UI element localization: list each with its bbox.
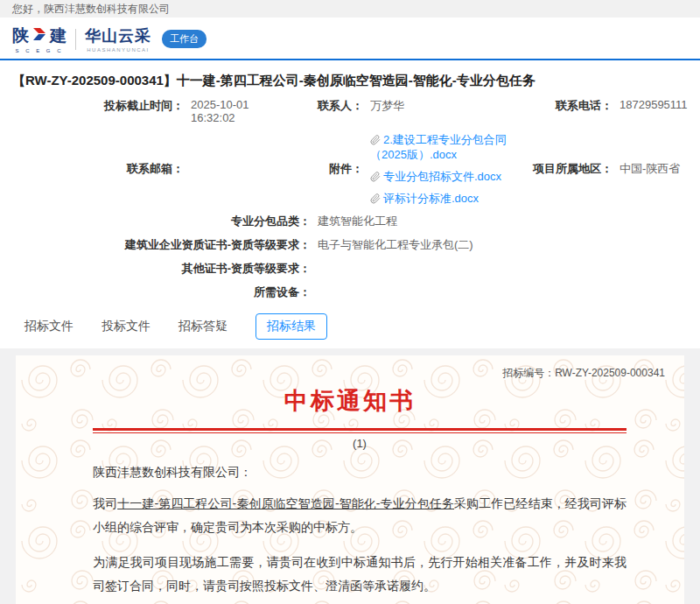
field-category: 专业分包品类： 建筑智能化工程 [0,214,700,229]
logo-scegc-text: S C E G C [15,48,63,53]
content-background: 招标编号：RW-ZY-202509-000341 中标通知书 (1) 陕西沣慧数… [0,348,700,604]
info-row-2: 联系邮箱： 附件： 2.建设工程专业分包合同（2025版）.docx 专业分包招… [0,132,700,206]
tab-tender-documents[interactable]: 投标文件 [102,314,150,339]
field-deadline-value: 2025-10-01 16:32:02 [191,98,293,124]
paperclip-icon [370,172,381,182]
field-region-value: 中国-陕西省 [620,161,680,177]
field-region-label: 项目所属地区： [512,161,612,177]
logo-divider [75,29,76,50]
field-qualification: 建筑业企业资质证书-资质等级要求： 电子与智能化工程专业承包(二) [0,237,700,253]
bid-number: 招标编号：RW-ZY-202509-000341 [35,366,665,381]
notice-title: 中标通知书 [35,385,665,417]
field-contact: 联系人： 万梦华 [293,98,512,124]
field-contact-label: 联系人： [293,98,363,114]
greeting-text: 您好，陕西沣慧数创科技有限公司 [12,3,170,15]
paragraph-2: 为满足我司项目现场施工需要，请贵司在收到中标通知书后，先行开始相关准备工作，并及… [93,551,626,598]
notice-paper: 招标编号：RW-ZY-202509-000341 中标通知书 (1) 陕西沣慧数… [16,355,684,604]
field-attachments-label: 附件： [293,161,363,177]
attachment-link[interactable]: 2.建设工程专业分包合同（2025版）.docx [370,132,512,162]
notice-body: (1) 陕西沣慧数创科技有限公司： 我司十一建-第四工程公司-秦创原临空智造园-… [93,428,626,604]
logo-huashanyuncai: 华山云采 HUASHANYUNCAI [85,25,151,53]
field-other-cert-label: 其他证书-资质等级要求： [0,261,311,277]
tab-bid-result[interactable]: 招标结果 [256,313,327,340]
field-equipment-label: 所需设备： [0,284,311,300]
logo-arrow-icon [31,26,48,46]
field-phone: 联系电话： 18729595111 [512,98,700,124]
field-other-cert: 其他证书-资质等级要求： [0,261,700,277]
bid-number-value: RW-ZY-202509-000341 [555,367,665,379]
logo-shan-char: 陕 [12,25,29,47]
attachment-link[interactable]: 专业分包招标文件.docx [370,169,512,184]
project-info-section: 【RW-ZY-202509-000341】十一建-第四工程公司-秦创原临空智造园… [0,60,700,348]
double-rule-divider [93,428,626,433]
logo-huashan-text: 华山云采 [85,25,151,46]
project-name-underlined: 十一建-第四工程公司-秦创原临空智造园-智能化-专业分包任务 [117,496,454,510]
workbench-badge[interactable]: 工作台 [162,30,206,48]
field-qualification-label: 建筑业企业资质证书-资质等级要求： [0,237,311,253]
field-phone-value: 18729595111 [620,98,688,111]
logo-huashan-subtext: HUASHANYUNCAI [87,47,150,53]
notice-content: 招标编号：RW-ZY-202509-000341 中标通知书 (1) 陕西沣慧数… [16,355,684,604]
paperclip-icon [370,193,381,204]
logo-shanjian: 陕 建 S C E G C [12,25,66,53]
field-qualification-value: 电子与智能化工程专业承包(二) [318,237,473,253]
addressee: 陕西沣慧数创科技有限公司： [93,465,626,481]
tab-bid-qa[interactable]: 招标答疑 [178,314,228,339]
field-email: 联系邮箱： [0,132,293,206]
attachment-list: 2.建设工程专业分包合同（2025版）.docx 专业分包招标文件.docx 评… [370,132,512,206]
field-category-value: 建筑智能化工程 [318,214,397,229]
field-category-label: 专业分包品类： [0,214,311,229]
bid-number-label: 招标编号： [502,367,555,379]
app-header: 陕 建 S C E G C 华山云采 HUASHANYUNCAI 工作台 [0,18,700,59]
page-number: (1) [93,437,626,450]
page-title: 【RW-ZY-202509-000341】十一建-第四工程公司-秦创原临空智造园… [0,69,700,98]
field-attachments: 附件： 2.建设工程专业分包合同（2025版）.docx 专业分包招标文件.do… [293,132,512,206]
field-deadline: 投标截止时间： 2025-10-01 16:32:02 [0,98,293,124]
paragraph-1: 我司十一建-第四工程公司-秦创原临空智造园-智能化-专业分包任务采购工作已经结束… [93,492,626,539]
attachment-link[interactable]: 评标计分标准.docx [370,191,512,206]
field-equipment: 所需设备： [0,284,700,300]
field-deadline-label: 投标截止时间： [0,98,184,114]
greeting-bar: 您好，陕西沣慧数创科技有限公司 [0,0,700,18]
info-row-1: 投标截止时间： 2025-10-01 16:32:02 联系人： 万梦华 联系电… [0,98,700,124]
logo-jian-char: 建 [50,25,66,47]
field-contact-value: 万梦华 [370,98,404,114]
field-region: 项目所属地区： 中国-陕西省 [512,132,700,206]
logo: 陕 建 S C E G C 华山云采 HUASHANYUNCAI 工作台 [12,25,688,53]
tab-bar: 招标文件 投标文件 招标答疑 招标结果 [0,308,700,348]
field-email-label: 联系邮箱： [0,161,184,177]
tab-bid-documents[interactable]: 招标文件 [24,314,74,339]
paperclip-icon [370,135,381,145]
field-phone-label: 联系电话： [512,98,612,114]
